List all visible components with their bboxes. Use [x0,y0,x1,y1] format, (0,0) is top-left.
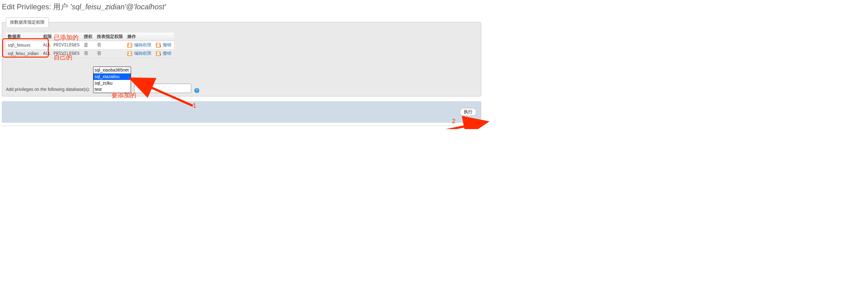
edit-privileges-link[interactable]: 编辑权限 [134,51,152,56]
revoke-link[interactable]: 撤销 [163,42,172,47]
privileges-table: 数据库 权限 授权 按表指定权限 操作 sql\_feisuxs ALL PRI… [6,33,174,58]
cell-action-edit: 编辑权限 [125,41,154,50]
cell-db: sql\_feisuxs [6,41,41,50]
page-title-user: 'sql_feisu_zidian'@'localhost' [70,2,166,11]
cell-priv: ALL PRIVILEGES [41,41,82,50]
cell-priv: ALL PRIVILEGES [41,50,82,58]
page-title: Edit Privileges: 用户 'sql_feisu_zidian'@'… [2,2,483,12]
db-privileges-panel: 按数据库指定权限 数据库 权限 授权 按表指定权限 操作 sql\_feisux… [2,18,481,97]
cell-grant: 是 [82,41,95,50]
cell-grant: 否 [82,50,95,58]
go-button[interactable]: 执行 [460,108,476,116]
col-privilege: 权限 [41,33,82,41]
table-row: sql_feisu_zidian ALL PRIVILEGES 否 否 编辑权限… [6,50,174,58]
cell-action-revoke: 撤销 [154,41,174,50]
cell-tspec: 否 [95,50,125,58]
svg-line-1 [406,126,468,129]
revoke-link[interactable]: 撤销 [163,51,172,56]
user-edit-icon [127,51,132,56]
table-row: sql\_feisuxs ALL PRIVILEGES 是 否 编辑权限 撤销 [6,41,174,50]
col-grant: 授权 [82,33,95,41]
cell-tspec: 否 [95,41,125,50]
footer-bar: 执行 [2,101,481,123]
help-icon[interactable]: ? [194,88,199,93]
user-edit-icon [127,43,132,48]
edit-privileges-link[interactable]: 编辑权限 [134,42,152,47]
user-revoke-icon [156,51,161,56]
database-pattern-input[interactable] [134,84,191,93]
page-title-prefix: Edit Privileges: 用户 [2,2,70,11]
db-option[interactable]: sql_zciku [93,80,131,86]
db-option[interactable]: sql_xiaoba365net [93,67,131,74]
col-action: 操作 [125,33,174,41]
database-select[interactable]: sql_xiaoba365net sql_xiazailou sql_zciku… [93,66,131,93]
cell-action-revoke: 撤销 [154,50,174,58]
col-tablespec: 按表指定权限 [95,33,125,41]
db-option[interactable]: test [93,86,131,93]
user-revoke-icon [156,43,161,48]
cell-action-edit: 编辑权限 [125,50,154,58]
add-privileges-label: Add privileges on the following database… [6,87,90,92]
col-database: 数据库 [6,33,41,41]
add-privileges-row: Add privileges on the following database… [6,66,477,93]
db-option[interactable]: sql_xiazailou [93,74,131,80]
panel-legend: 按数据库指定权限 [6,18,49,27]
cell-db: sql_feisu_zidian [6,50,41,58]
separator [2,126,481,126]
